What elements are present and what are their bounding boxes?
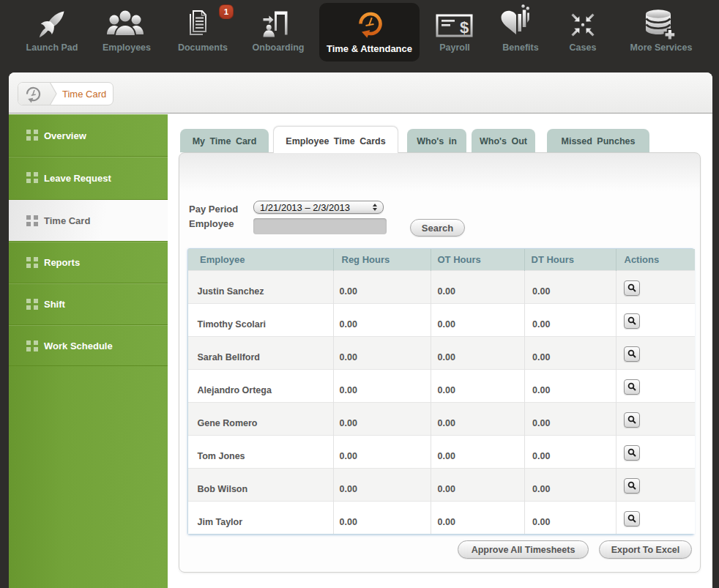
svg-text:$: $ xyxy=(460,18,469,37)
